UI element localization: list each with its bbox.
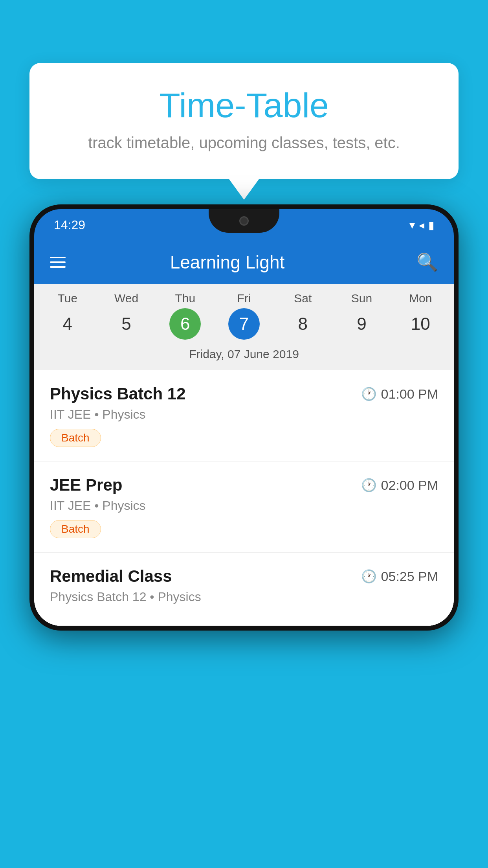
days-row: Tue4Wed5Thu6Fri7Sat8Sun9Mon10	[38, 292, 450, 340]
volume-up-button	[29, 296, 34, 319]
phone-body: 14:29 ▾ ◂ ▮ Learning Light 🔍 Tue4Wed5Thu	[29, 204, 459, 631]
calendar-day-cell[interactable]: Thu6	[156, 292, 215, 340]
signal-icon: ◂	[419, 219, 424, 232]
clock-icon: 🕐	[361, 386, 377, 401]
day-number-label: 6	[169, 308, 201, 340]
app-title: Learning Light	[77, 252, 377, 273]
day-number-label: 10	[405, 308, 436, 340]
class-item-header: Remedial Class 🕐 05:25 PM	[50, 567, 438, 586]
camera	[239, 216, 249, 226]
class-time-label: 🕐 05:25 PM	[361, 569, 438, 584]
tooltip-title: Time-Table	[57, 86, 431, 125]
app-bar: Learning Light 🔍	[34, 241, 454, 284]
selected-date-label: Friday, 07 June 2019	[38, 344, 450, 362]
hamburger-menu-button[interactable]	[50, 257, 66, 268]
day-name-label: Mon	[409, 292, 432, 305]
phone-notch	[209, 209, 279, 233]
day-number-label: 7	[228, 308, 260, 340]
class-subject-label: Physics Batch 12 • Physics	[50, 590, 438, 604]
class-time-label: 🕐 01:00 PM	[361, 386, 438, 402]
status-icons: ▾ ◂ ▮	[409, 219, 434, 232]
class-name-label: JEE Prep	[50, 476, 122, 495]
search-button[interactable]: 🔍	[416, 252, 438, 272]
class-item-header: JEE Prep 🕐 02:00 PM	[50, 476, 438, 495]
status-bar: 14:29 ▾ ◂ ▮	[34, 209, 454, 241]
class-subject-label: IIT JEE • Physics	[50, 498, 438, 513]
phone-mockup: 14:29 ▾ ◂ ▮ Learning Light 🔍 Tue4Wed5Thu	[29, 204, 459, 868]
batch-tag: Batch	[50, 429, 101, 447]
class-time-text: 01:00 PM	[381, 386, 438, 402]
day-number-label: 4	[52, 308, 83, 340]
battery-icon: ▮	[428, 219, 434, 232]
day-number-label: 8	[287, 308, 319, 340]
calendar-day-cell[interactable]: Tue4	[38, 292, 97, 340]
class-time-label: 🕐 02:00 PM	[361, 478, 438, 493]
class-list-item[interactable]: JEE Prep 🕐 02:00 PM IIT JEE • Physics Ba…	[34, 462, 454, 553]
class-item-header: Physics Batch 12 🕐 01:00 PM	[50, 384, 438, 403]
status-time: 14:29	[54, 218, 85, 232]
class-name-label: Physics Batch 12	[50, 384, 186, 403]
calendar-day-cell[interactable]: Fri7	[215, 292, 273, 340]
day-name-label: Wed	[114, 292, 138, 305]
batch-tag: Batch	[50, 520, 101, 538]
class-time-text: 05:25 PM	[381, 569, 438, 584]
day-number-label: 5	[111, 308, 142, 340]
class-name-label: Remedial Class	[50, 567, 172, 586]
clock-icon: 🕐	[361, 478, 377, 493]
class-time-text: 02:00 PM	[381, 478, 438, 493]
calendar-day-cell[interactable]: Mon10	[391, 292, 450, 340]
day-name-label: Sat	[294, 292, 312, 305]
day-name-label: Thu	[175, 292, 195, 305]
wifi-icon: ▾	[409, 219, 415, 232]
day-name-label: Tue	[58, 292, 78, 305]
calendar-day-cell[interactable]: Wed5	[97, 292, 156, 340]
class-list-item[interactable]: Remedial Class 🕐 05:25 PM Physics Batch …	[34, 553, 454, 626]
calendar-day-cell[interactable]: Sat8	[273, 292, 332, 340]
volume-down-button	[29, 327, 34, 351]
calendar-day-cell[interactable]: Sun9	[332, 292, 391, 340]
clock-icon: 🕐	[361, 569, 377, 584]
class-list-item[interactable]: Physics Batch 12 🕐 01:00 PM IIT JEE • Ph…	[34, 370, 454, 462]
tooltip-card: Time-Table track timetable, upcoming cla…	[29, 63, 459, 179]
class-list: Physics Batch 12 🕐 01:00 PM IIT JEE • Ph…	[34, 370, 454, 626]
class-subject-label: IIT JEE • Physics	[50, 407, 438, 422]
power-button	[454, 327, 459, 359]
day-name-label: Fri	[237, 292, 251, 305]
day-number-label: 9	[346, 308, 377, 340]
calendar-strip: Tue4Wed5Thu6Fri7Sat8Sun9Mon10 Friday, 07…	[34, 284, 454, 370]
day-name-label: Sun	[351, 292, 372, 305]
tooltip-subtitle: track timetable, upcoming classes, tests…	[57, 134, 431, 152]
